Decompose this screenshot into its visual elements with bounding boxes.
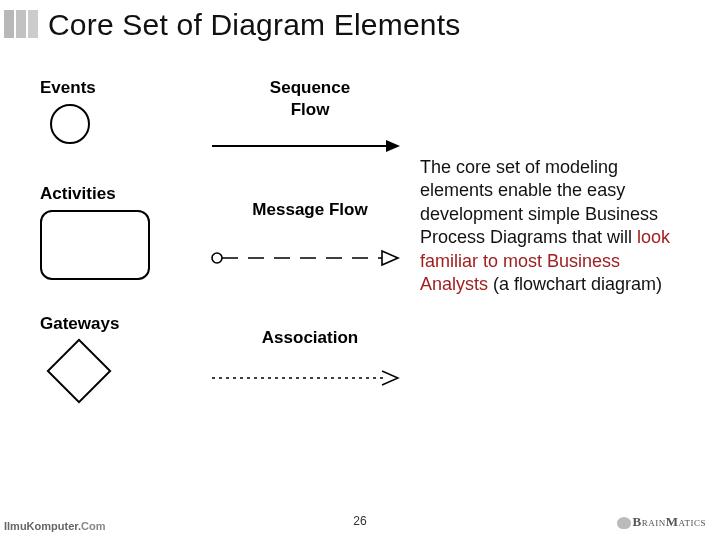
slide-title: Core Set of Diagram Elements — [48, 8, 460, 42]
message-flow-label: Message Flow — [210, 200, 410, 220]
brand-rain: RAIN — [642, 518, 666, 528]
brand-m: M — [666, 514, 679, 529]
svg-marker-4 — [382, 251, 398, 265]
svg-point-2 — [212, 253, 222, 263]
footer-brand-suffix: Com — [81, 520, 105, 532]
gateways-block: Gateways — [40, 314, 200, 394]
gateway-diamond-icon — [46, 338, 111, 403]
association-arrow-icon — [210, 368, 400, 388]
brand-atics: ATICS — [678, 518, 706, 528]
sequence-flow-arrow-icon — [210, 136, 400, 156]
message-flow-arrow-icon — [210, 248, 400, 268]
association-label: Association — [210, 328, 410, 348]
event-circle-icon — [50, 104, 90, 144]
para-text-1: The core set of modeling elements enable… — [420, 157, 658, 247]
page-number: 26 — [353, 514, 366, 528]
para-text-2: (a flowchart diagram) — [488, 274, 662, 294]
sequence-flow-block: Sequence Flow — [210, 78, 410, 160]
activities-label: Activities — [40, 184, 200, 204]
sequence-flow-label-1: Sequence — [210, 78, 410, 98]
events-block: Events — [40, 78, 200, 144]
description-paragraph: The core set of modeling elements enable… — [420, 156, 690, 296]
brain-icon — [617, 517, 631, 529]
svg-marker-1 — [386, 140, 400, 152]
footer-left-brand: IlmuKomputer.Com — [4, 520, 105, 532]
bar-icon — [16, 10, 26, 38]
sequence-flow-label-2: Flow — [210, 100, 410, 120]
left-column: Events Activities Gateways — [40, 78, 200, 422]
brand-b: B — [633, 514, 642, 529]
activity-rect-icon — [40, 210, 150, 280]
gateways-label: Gateways — [40, 314, 200, 334]
bar-icon — [4, 10, 14, 38]
slide-footer: IlmuKomputer.Com 26 BRAINMATICS — [0, 506, 720, 532]
slide-header: Core Set of Diagram Elements — [0, 0, 720, 42]
bar-icon — [28, 10, 38, 38]
association-block: Association — [210, 328, 410, 392]
message-flow-block: Message Flow — [210, 200, 410, 272]
decorative-bars — [4, 10, 38, 38]
activities-block: Activities — [40, 184, 200, 280]
events-label: Events — [40, 78, 200, 98]
footer-brand-name: IlmuKomputer. — [4, 520, 81, 532]
right-column: Sequence Flow Message Flow Association — [210, 78, 410, 420]
footer-right-brand: BRAINMATICS — [617, 514, 706, 530]
